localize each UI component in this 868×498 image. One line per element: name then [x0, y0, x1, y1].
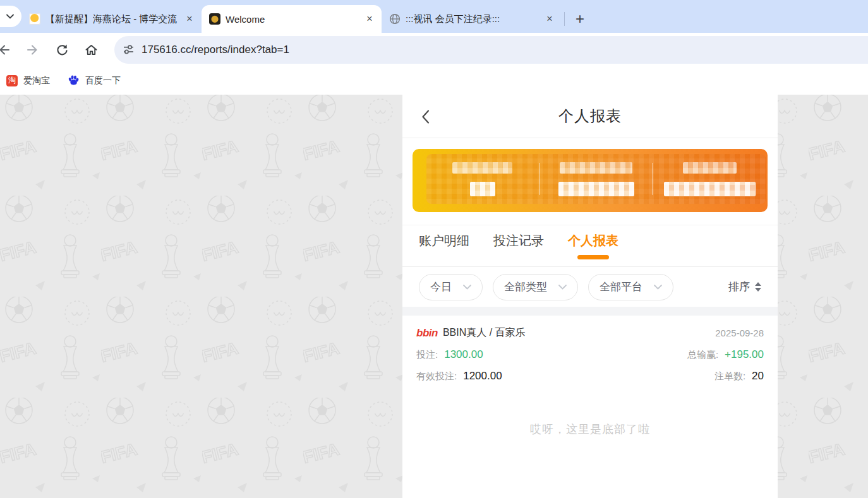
- report-record-card[interactable]: bbin BBIN真人 / 百家乐 2025-09-28 投注: 1300.00…: [402, 316, 778, 394]
- dropdown-label: 今日: [430, 280, 452, 294]
- dropdown-label: 全部类型: [504, 280, 547, 294]
- tab-underline: [428, 255, 460, 259]
- tab-close-icon[interactable]: ×: [543, 12, 557, 26]
- blurred-value: [470, 182, 495, 196]
- summary-card-section: [402, 138, 778, 225]
- reload-icon: [56, 44, 68, 56]
- record-row-bet: 投注: 1300.00 总输赢: +195.00: [416, 348, 764, 361]
- forum-favicon-icon: [29, 13, 40, 25]
- tab-label: 个人报表: [568, 232, 618, 249]
- winloss-label: 总输赢:: [687, 349, 718, 361]
- active-tab-underline: [577, 255, 609, 259]
- summary-card-blurred-area: [426, 154, 766, 204]
- chevron-down-icon: [654, 285, 662, 290]
- date-filter-dropdown[interactable]: 今日: [419, 274, 483, 300]
- bookmarks-bar: 淘 爱淘宝 百度一下: [0, 66, 868, 95]
- welcome-favicon-icon: [209, 13, 220, 25]
- tab-title: Welcome: [226, 14, 358, 25]
- site-settings-tune-icon[interactable]: [123, 44, 135, 56]
- winloss-value: +195.00: [725, 348, 764, 361]
- browser-toolbar: 175616.cc/reports/index?tab=1: [0, 33, 868, 66]
- record-date: 2025-09-28: [715, 328, 764, 338]
- globe-favicon-icon: [389, 13, 401, 25]
- browser-window: 【新提醒】海燕论坛 - 博学交流 × Welcome × :::视讯 会员下注纪…: [0, 0, 868, 498]
- blurred-label: [452, 162, 512, 174]
- chevron-down-icon: [6, 14, 14, 19]
- valid-bet-label: 有效投注:: [416, 371, 457, 382]
- bbin-logo: bbin: [416, 327, 438, 340]
- tab-account-details[interactable]: 账户明细: [419, 232, 469, 259]
- section-divider: [402, 307, 778, 316]
- platform-filter-dropdown[interactable]: 全部平台: [588, 274, 673, 300]
- summary-card: [413, 149, 768, 212]
- chevron-down-icon: [558, 285, 567, 290]
- forward-button[interactable]: [21, 39, 44, 61]
- address-bar[interactable]: 175616.cc/reports/index?tab=1: [114, 36, 868, 64]
- summary-column-2: [540, 154, 653, 204]
- app-header: 个人报表: [402, 95, 778, 138]
- summary-column-1: [426, 154, 539, 204]
- tab-title: :::视讯 会员下注纪录:::: [406, 13, 538, 25]
- back-arrow-icon: [0, 44, 10, 56]
- new-tab-button[interactable]: +: [570, 9, 590, 29]
- chevron-left-icon: [421, 109, 430, 124]
- record-title: BBIN真人 / 百家乐: [443, 326, 526, 340]
- bookmark-label: 爱淘宝: [23, 75, 50, 86]
- summary-column-3: [653, 154, 766, 204]
- blurred-label: [683, 162, 737, 174]
- chevron-down-icon: [463, 285, 471, 290]
- page-content: FIFA: [0, 95, 868, 498]
- tab-close-icon[interactable]: ×: [363, 12, 377, 26]
- forward-arrow-icon: [27, 44, 39, 56]
- count-value: 20: [752, 370, 764, 382]
- filters-row: 今日 全部类型 全部平台: [402, 267, 778, 307]
- browser-tab-forum[interactable]: 【新提醒】海燕论坛 - 博学交流 ×: [21, 5, 202, 33]
- tab-label: 账户明细: [419, 232, 469, 249]
- type-filter-dropdown[interactable]: 全部类型: [493, 274, 578, 300]
- bet-value: 1300.00: [444, 348, 483, 361]
- back-button[interactable]: [0, 39, 15, 61]
- bookmark-label: 百度一下: [85, 75, 121, 86]
- sort-button[interactable]: 排序: [728, 280, 761, 294]
- taobao-icon: 淘: [6, 75, 18, 86]
- report-tabs: 账户明细 投注记录 个人报表: [402, 225, 778, 267]
- valid-bet-value: 1200.00: [463, 370, 502, 382]
- blurred-value: [664, 182, 756, 196]
- home-button[interactable]: [80, 39, 102, 61]
- record-header: bbin BBIN真人 / 百家乐 2025-09-28: [416, 326, 764, 340]
- bet-label: 投注:: [416, 349, 438, 361]
- record-row-valid: 有效投注: 1200.00 注单数: 20: [416, 370, 764, 382]
- url-text[interactable]: 175616.cc/reports/index?tab=1: [142, 44, 289, 56]
- tab-close-icon[interactable]: ×: [183, 12, 196, 26]
- blurred-label: [560, 162, 632, 174]
- tab-bet-records[interactable]: 投注记录: [493, 232, 544, 259]
- tab-search-button[interactable]: [0, 6, 21, 27]
- tab-separator: [564, 12, 565, 26]
- tab-personal-report[interactable]: 个人报表: [568, 232, 618, 259]
- tab-label: 投注记录: [493, 232, 544, 249]
- app-panel: 个人报表: [402, 95, 778, 498]
- bookmark-baidu[interactable]: 百度一下: [68, 74, 121, 86]
- app-back-button[interactable]: [421, 109, 434, 125]
- bookmark-taobao[interactable]: 淘 爱淘宝: [6, 75, 50, 86]
- browser-tab-welcome[interactable]: Welcome ×: [202, 5, 382, 33]
- reload-button[interactable]: [51, 39, 73, 61]
- count-label: 注单数:: [714, 371, 745, 382]
- sort-label: 排序: [728, 280, 750, 294]
- browser-tab-records[interactable]: :::视讯 会员下注纪录::: ×: [382, 5, 562, 33]
- dropdown-label: 全部平台: [600, 280, 642, 294]
- end-of-list-message: 哎呀，这里是底部了啦: [402, 422, 778, 437]
- sort-arrows-icon: [755, 282, 761, 292]
- home-icon: [85, 44, 98, 56]
- page-title: 个人报表: [558, 106, 622, 126]
- tab-underline: [503, 255, 534, 259]
- baidu-paw-icon: [68, 74, 80, 86]
- tab-title: 【新提醒】海燕论坛 - 博学交流: [45, 13, 178, 25]
- tab-strip: 【新提醒】海燕论坛 - 博学交流 × Welcome × :::视讯 会员下注纪…: [0, 0, 868, 33]
- blurred-value: [558, 182, 634, 196]
